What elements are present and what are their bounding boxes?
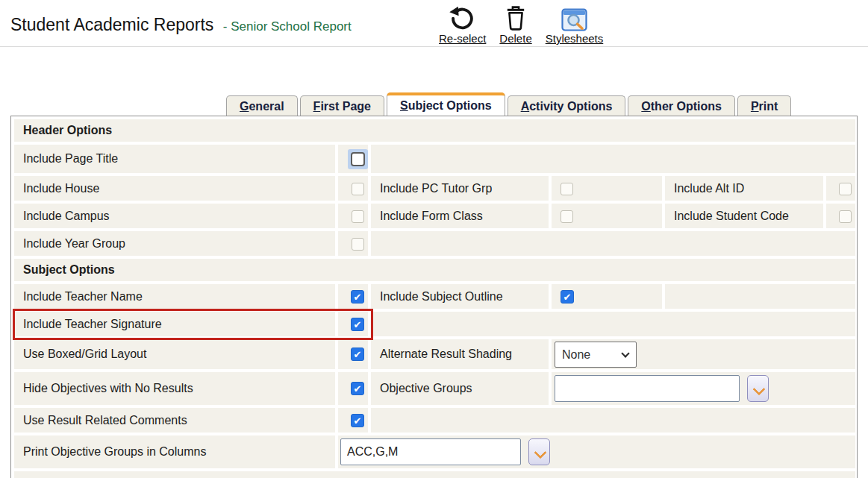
include-pc-tutor-grp-checkbox[interactable] (561, 183, 573, 195)
use-boxed-grid-layout-label: Use Boxed/Grid Layout (14, 339, 335, 369)
empty-cell (371, 145, 855, 173)
page-title: Student Academic Reports (10, 15, 213, 34)
row-include-year-group: Include Year Group (14, 231, 855, 256)
objective-groups-label: Objective Groups (371, 372, 549, 405)
row-include-teacher-name: Include Teacher Name Include Subject Out… (14, 284, 855, 309)
include-teacher-signature-checkbox[interactable] (351, 318, 364, 331)
alternate-result-shading-select-wrap: None (555, 342, 637, 368)
include-subject-outline-label: Include Subject Outline (371, 284, 549, 309)
tab-bar: General First Page Subject Options Activ… (226, 92, 793, 116)
section-row-partial (14, 471, 855, 478)
tab-other-options[interactable]: Other Options (628, 95, 735, 116)
include-year-group-checkbox[interactable] (352, 238, 364, 251)
row-hide-objectives: Hide Objectives with No Results Objectiv… (14, 372, 855, 405)
include-teacher-name-checkbox[interactable] (351, 290, 364, 304)
app-window: Student Academic Reports - Senior School… (0, 0, 868, 478)
page-subtitle: - Senior School Report (223, 19, 352, 34)
include-student-code-label: Include Student Code (665, 204, 823, 228)
include-teacher-name-label: Include Teacher Name (14, 284, 335, 309)
section-subject-options: Subject Options (14, 259, 855, 281)
use-result-related-comments-checkbox[interactable] (351, 414, 364, 427)
print-objective-groups-picker-button[interactable] (528, 438, 550, 465)
include-subject-outline-checkbox[interactable] (561, 290, 574, 304)
print-objective-groups-input[interactable] (340, 438, 521, 465)
objective-groups-input[interactable] (555, 375, 740, 402)
row-include-page-title: Include Page Title (14, 145, 855, 173)
row-include-campus: Include Campus Include Form Class Includ… (14, 204, 855, 228)
tab-general[interactable]: General (226, 95, 298, 116)
section-row-subject-options: Subject Options (14, 259, 855, 281)
tab-first-page[interactable]: First Page (300, 95, 384, 116)
toolbar: Re-select Delete (439, 4, 603, 45)
checkbox-focus-ring (348, 149, 368, 169)
include-house-label: Include House (14, 176, 335, 201)
include-campus-checkbox[interactable] (352, 210, 364, 223)
title-block: Student Academic Reports - Senior School… (10, 15, 352, 35)
row-print-objective-groups: Print Objective Groups in Columns (14, 435, 855, 468)
include-campus-label: Include Campus (14, 204, 335, 228)
stylesheets-button[interactable]: Stylesheets (546, 4, 604, 45)
section-header-options: Header Options (14, 119, 855, 142)
alternate-result-shading-label: Alternate Result Shading (371, 339, 549, 369)
objective-groups-picker-button[interactable] (747, 375, 769, 402)
include-year-group-label: Include Year Group (14, 231, 335, 256)
include-house-checkbox[interactable] (352, 183, 364, 195)
undo-icon (447, 4, 478, 31)
hide-objectives-checkbox[interactable] (351, 382, 364, 395)
options-table: Header Options Include Page Title Includ… (11, 116, 858, 478)
row-use-boxed-grid-layout: Use Boxed/Grid Layout Alternate Result S… (14, 339, 855, 369)
use-result-related-comments-label: Use Result Related Comments (14, 408, 335, 433)
empty-cell (371, 408, 855, 433)
stylesheets-window-icon (561, 4, 587, 31)
include-pc-tutor-grp-label: Include PC Tutor Grp (371, 176, 549, 201)
print-objective-groups-label: Print Objective Groups in Columns (14, 435, 335, 468)
include-alt-id-label: Include Alt ID (665, 176, 823, 201)
include-alt-id-checkbox[interactable] (839, 183, 852, 195)
include-page-title-label: Include Page Title (14, 145, 335, 173)
trash-icon (505, 4, 526, 31)
options-panel: Header Options Include Page Title Includ… (10, 116, 858, 478)
delete-button[interactable]: Delete (499, 4, 531, 45)
empty-cell (371, 231, 855, 256)
use-boxed-grid-layout-checkbox[interactable] (351, 348, 364, 361)
include-page-title-checkbox[interactable] (351, 152, 365, 166)
include-student-code-checkbox[interactable] (839, 210, 852, 223)
row-include-teacher-signature: Include Teacher Signature (14, 312, 855, 336)
section-header-partial (14, 471, 855, 478)
row-include-house: Include House Include PC Tutor Grp Inclu… (14, 176, 855, 201)
include-teacher-signature-label: Include Teacher Signature (14, 312, 335, 336)
empty-cell (371, 312, 855, 336)
include-form-class-label: Include Form Class (371, 204, 549, 228)
tab-subject-options[interactable]: Subject Options (387, 92, 505, 116)
row-use-result-related-comments: Use Result Related Comments (14, 408, 855, 433)
empty-cell (665, 284, 855, 309)
app-header: Student Academic Reports - Senior School… (0, 0, 868, 47)
stylesheets-label: Stylesheets (546, 32, 604, 45)
tab-print[interactable]: Print (737, 95, 791, 116)
reselect-label: Re-select (439, 32, 486, 45)
hide-objectives-label: Hide Objectives with No Results (14, 372, 335, 405)
delete-label: Delete (499, 32, 531, 45)
section-row-header-options: Header Options (14, 119, 855, 142)
alternate-result-shading-select[interactable]: None (555, 342, 637, 368)
reselect-button[interactable]: Re-select (439, 4, 486, 45)
include-form-class-checkbox[interactable] (561, 210, 573, 223)
tab-activity-options[interactable]: Activity Options (508, 95, 626, 116)
